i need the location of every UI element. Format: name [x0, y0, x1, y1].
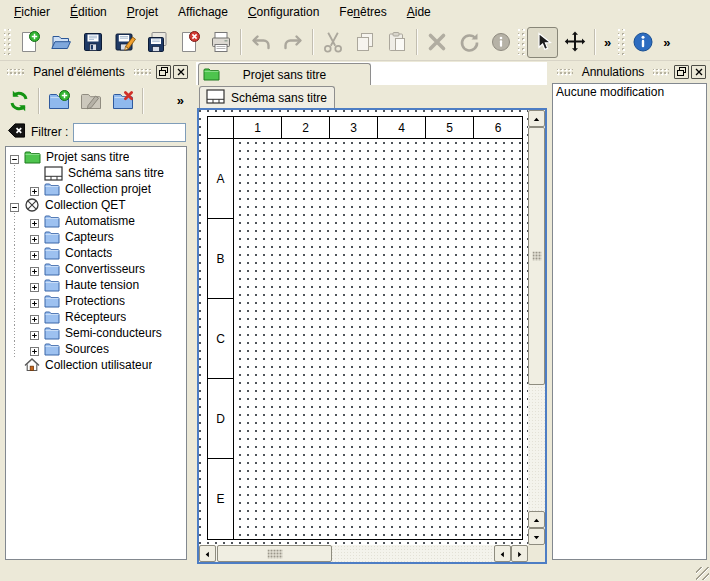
scroll-right-button[interactable] — [511, 545, 528, 562]
close-panel-button[interactable] — [691, 65, 706, 79]
tab-projet-sans-titre[interactable]: Projet sans titre — [198, 63, 371, 85]
paste-icon — [385, 30, 409, 54]
expand-icon[interactable] — [30, 185, 39, 194]
tree-item-semi-conducteurs[interactable]: Semi-conducteurs — [6, 325, 186, 341]
expand-icon[interactable] — [30, 345, 39, 354]
scroll-up-button[interactable] — [528, 110, 545, 127]
tree-item-automatisme[interactable]: Automatisme — [6, 213, 186, 229]
tree-item-collection-utilisateur[interactable]: Collection utilisateur — [6, 357, 186, 373]
menu-fenetres[interactable]: Fenêtres — [329, 2, 396, 22]
help-toolbar-group — [627, 27, 658, 58]
menu-affichage[interactable]: Affichage — [168, 2, 238, 22]
scroll-left-button-right[interactable] — [494, 545, 511, 562]
horizontal-scrollbar[interactable] — [199, 545, 528, 562]
folder-icon — [44, 310, 60, 324]
reload-collections-button[interactable] — [3, 85, 34, 116]
close-document-button[interactable] — [173, 27, 204, 58]
close-panel-button[interactable] — [173, 65, 188, 79]
tab-schema-sans-titre[interactable]: Schéma sans titre — [199, 86, 335, 108]
expand-icon[interactable] — [30, 249, 39, 258]
tree-item-sources[interactable]: Sources — [6, 341, 186, 357]
vertical-scrollbar[interactable] — [528, 110, 545, 545]
tree-item-capteurs[interactable]: Capteurs — [6, 229, 186, 245]
clear-filter-icon — [7, 122, 26, 142]
toolbar-separator — [38, 88, 39, 114]
schema-tab-bar: Schéma sans titre — [196, 85, 548, 108]
expand-icon[interactable] — [30, 265, 39, 274]
tree-item-label: Schéma sans titre — [68, 166, 164, 180]
row-header-D: D — [208, 379, 234, 459]
resize-grip[interactable] — [696, 567, 709, 580]
folder-icon — [44, 294, 60, 308]
expand-icon[interactable] — [30, 233, 39, 242]
new-document-button[interactable] — [13, 27, 44, 58]
expand-icon[interactable] — [30, 329, 39, 338]
help-overflow-button[interactable]: » — [658, 35, 675, 50]
elements-panel-titlebar[interactable]: Panel d'éléments — [1, 62, 191, 82]
tree-item-recepteurs[interactable]: Récepteurs — [6, 309, 186, 325]
titlebar-texture — [557, 69, 573, 76]
toolbar-separator — [594, 29, 595, 55]
tree-guide — [10, 261, 30, 277]
horizontal-scroll-thumb[interactable] — [217, 545, 332, 562]
schema-canvas[interactable]: 123456ABCDE — [199, 110, 528, 545]
tree-item-collection-projet[interactable]: Collection projet — [6, 181, 186, 197]
clear-filter-button[interactable] — [6, 123, 26, 141]
right-splitter[interactable] — [547, 62, 551, 564]
select-button[interactable] — [527, 27, 558, 58]
vertical-scroll-thumb[interactable] — [528, 127, 545, 385]
save-all-button[interactable] — [141, 27, 172, 58]
tree-item-contacts[interactable]: Contacts — [6, 245, 186, 261]
menu-aide[interactable]: Aide — [397, 2, 441, 22]
toolbar-drag-handle[interactable] — [518, 29, 525, 55]
tools-overflow-button[interactable]: » — [599, 35, 616, 50]
expand-icon[interactable] — [30, 281, 39, 290]
new-category-icon — [47, 89, 71, 113]
panel-overflow-button[interactable]: » — [172, 93, 189, 108]
toolbar-drag-handle[interactable] — [618, 29, 625, 55]
menu-fichier[interactable]: Fichier — [4, 2, 60, 22]
about-icon — [631, 30, 655, 54]
save-button[interactable] — [77, 27, 108, 58]
scrollbar-corner — [528, 545, 545, 562]
tree-item-schema-sans-titre[interactable]: Schéma sans titre — [6, 165, 186, 181]
left-splitter[interactable] — [191, 62, 195, 564]
undo-panel-title: Annulations — [576, 65, 651, 79]
save-as-button[interactable] — [109, 27, 140, 58]
tree-item-projet-sans-titre[interactable]: Projet sans titre — [6, 149, 186, 165]
toolbar-drag-handle[interactable] — [4, 29, 11, 55]
undo-panel-titlebar[interactable]: Annulations — [551, 62, 709, 82]
menu-projet[interactable]: Projet — [117, 2, 168, 22]
print-button[interactable] — [205, 27, 236, 58]
cut-button — [317, 27, 348, 58]
undo-panel: Annulations Aucune modification — [551, 62, 709, 564]
about-button[interactable] — [627, 27, 658, 58]
menu-configuration[interactable]: Configuration — [238, 2, 329, 22]
scroll-left-button[interactable] — [199, 545, 216, 562]
open-document-button[interactable] — [45, 27, 76, 58]
tree-item-label: Convertisseurs — [65, 262, 145, 276]
float-panel-button[interactable] — [156, 65, 171, 79]
pan-button[interactable] — [559, 27, 590, 58]
filter-input[interactable] — [73, 123, 186, 142]
new-category-button[interactable] — [43, 85, 74, 116]
select-icon — [531, 30, 555, 54]
tree-item-collection-qet[interactable]: Collection QET — [6, 197, 186, 213]
expand-icon[interactable] — [30, 297, 39, 306]
float-panel-button[interactable] — [674, 65, 689, 79]
expand-icon[interactable] — [30, 313, 39, 322]
folder-icon — [44, 342, 60, 356]
collapse-icon[interactable] — [10, 201, 19, 210]
folder-icon — [44, 326, 60, 340]
delete-category-button[interactable] — [107, 85, 138, 116]
collapse-icon[interactable] — [10, 153, 19, 162]
expand-icon[interactable] — [30, 217, 39, 226]
undo-list-item[interactable]: Aucune modification — [553, 84, 706, 101]
scroll-down-button[interactable] — [528, 528, 545, 545]
tree-item-protections[interactable]: Protections — [6, 293, 186, 309]
tree-item-haute-tension[interactable]: Haute tension — [6, 277, 186, 293]
element-toolbar-group — [421, 27, 516, 58]
menu-edition[interactable]: Édition — [60, 2, 117, 22]
tree-item-convertisseurs[interactable]: Convertisseurs — [6, 261, 186, 277]
scroll-up-button-bottom[interactable] — [528, 511, 545, 528]
